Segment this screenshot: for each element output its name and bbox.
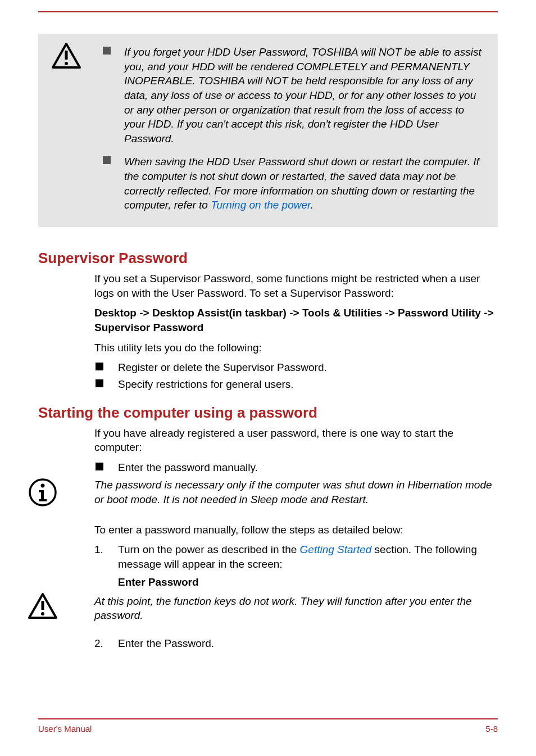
info-note-text: The password is necessary only if the co… bbox=[94, 478, 498, 506]
caution-note-text: At this point, the function keys do not … bbox=[94, 594, 498, 623]
starting-p2: To enter a password manually, follow the… bbox=[94, 523, 498, 537]
svg-point-7 bbox=[41, 612, 44, 615]
footer-left: User's Manual bbox=[38, 724, 92, 734]
supervisor-bullet-1: Register or delete the Supervisor Passwo… bbox=[94, 360, 498, 375]
svg-point-4 bbox=[41, 484, 45, 488]
link-getting-started[interactable]: Getting Started bbox=[300, 544, 372, 555]
warning-note-1: If you forget your HDD User Password, TO… bbox=[102, 45, 482, 146]
warning-note-2: When saving the HDD User Password shut d… bbox=[102, 155, 482, 212]
square-bullet-icon bbox=[103, 47, 111, 55]
starting-body-2: To enter a password manually, follow the… bbox=[94, 523, 498, 588]
starting-body-3: 2. Enter the Password. bbox=[94, 636, 498, 651]
warning-note-1-text: If you forget your HDD User Password, TO… bbox=[124, 45, 482, 146]
starting-bullet-1: Enter the password manually. bbox=[94, 460, 498, 475]
footer-right: 5-8 bbox=[485, 724, 498, 734]
page-footer: User's Manual 5-8 bbox=[38, 718, 498, 734]
heading-starting-computer: Starting the computer using a password bbox=[38, 404, 498, 422]
warning-callout: If you forget your HDD User Password, TO… bbox=[38, 34, 498, 227]
enter-password-label: Enter Password bbox=[94, 576, 498, 588]
heading-supervisor-password: Supervisor Password bbox=[38, 250, 498, 267]
svg-rect-6 bbox=[42, 601, 44, 610]
starting-body-1: If you have already registered a user pa… bbox=[94, 426, 498, 475]
supervisor-password-body: If you set a Supervisor Password, some f… bbox=[94, 271, 498, 391]
step-2: 2. Enter the Password. bbox=[94, 636, 498, 651]
starting-p1: If you have already registered a user pa… bbox=[94, 426, 498, 455]
square-bullet-icon bbox=[103, 156, 111, 164]
supervisor-path: Desktop -> Desktop Assist(in taskbar) ->… bbox=[94, 306, 498, 334]
info-icon bbox=[28, 478, 57, 509]
step-1-number: 1. bbox=[94, 542, 103, 557]
link-turning-on-power[interactable]: Turning on the power bbox=[211, 199, 310, 211]
step-2-number: 2. bbox=[94, 636, 103, 651]
supervisor-bullet-2: Specify restrictions for general users. bbox=[94, 377, 498, 392]
caution-callout: At this point, the function keys do not … bbox=[94, 594, 498, 623]
warning-icon bbox=[28, 593, 57, 622]
svg-rect-1 bbox=[65, 51, 68, 60]
supervisor-p1: If you set a Supervisor Password, some f… bbox=[94, 271, 498, 300]
info-callout: The password is necessary only if the co… bbox=[94, 478, 498, 506]
supervisor-p2: This utility lets you do the following: bbox=[94, 341, 498, 355]
step-1: 1. Turn on the power as described in the… bbox=[94, 542, 498, 571]
svg-point-2 bbox=[65, 62, 68, 65]
warning-icon bbox=[52, 43, 81, 72]
warning-note-2-text: When saving the HDD User Password shut d… bbox=[124, 155, 482, 212]
top-divider bbox=[38, 11, 498, 12]
